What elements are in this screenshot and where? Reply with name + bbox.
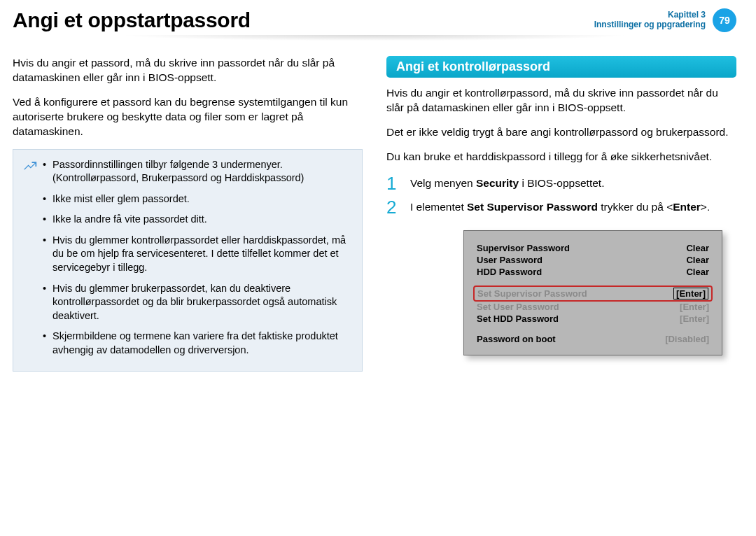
note-item: Skjermbildene og termene kan variere fra…: [43, 330, 352, 357]
note-item: Ikke la andre få vite passordet ditt.: [43, 213, 352, 227]
step-number: 2: [386, 198, 402, 216]
page-container: Angi et oppstartpassord Kapittel 3 Innst…: [0, 0, 756, 536]
note-item: Passordinnstillingen tilbyr følgende 3 u…: [43, 158, 352, 185]
bios-status-row: Supervisor Password Clear: [477, 242, 709, 254]
bios-set-row: Set HDD Password [Enter]: [477, 313, 709, 325]
bios-value: Clear: [686, 255, 709, 265]
content-columns: Hvis du angir et passord, må du skrive i…: [13, 56, 736, 372]
bios-enter-box: [Enter]: [673, 288, 708, 299]
bios-highlighted-row: Set Supervisor Password [Enter]: [473, 285, 713, 302]
bios-label: HDD Password: [477, 267, 542, 277]
step-text: Velg menyen Security i BIOS-oppsettet.: [410, 174, 604, 191]
step-text: I elementet Set Supervisor Password tryk…: [410, 198, 710, 215]
chapter-label: Kapittel 3 Innstillinger og ppgradering: [594, 10, 706, 30]
note-item: Ikke mist eller glem passordet.: [43, 192, 352, 206]
note-item: Hvis du glemmer brukerpassordet, kan du …: [43, 282, 352, 323]
bios-value: [Disabled]: [665, 334, 709, 344]
step-1-bold: Security: [476, 177, 519, 189]
bios-separator: [477, 325, 709, 333]
bios-boot-row: Password on boot [Disabled]: [477, 333, 709, 345]
step-1: 1 Velg menyen Security i BIOS-oppsettet.: [386, 174, 736, 192]
chapter-line-2: Innstillinger og ppgradering: [594, 20, 706, 30]
page-header: Angi et oppstartpassord Kapittel 3 Innst…: [13, 8, 736, 32]
bios-value: [Enter]: [680, 302, 709, 312]
step-1-post: i BIOS-oppsettet.: [519, 177, 604, 189]
note-box: Passordinnstillingen tilbyr følgende 3 u…: [13, 149, 363, 372]
step-number: 1: [386, 174, 402, 192]
bios-status-row: User Password Clear: [477, 254, 709, 266]
step-2-mid: trykker du på <: [598, 201, 673, 213]
bios-label: Set Supervisor Password: [477, 288, 587, 299]
intro-paragraph-2: Ved å konfigurere et passord kan du begr…: [13, 95, 363, 139]
bios-label: Supervisor Password: [477, 243, 570, 253]
bios-separator: [477, 278, 709, 286]
page-title: Angi et oppstartpassord: [13, 8, 251, 32]
bios-value: Clear: [686, 243, 709, 253]
bios-label: Set User Password: [477, 302, 559, 312]
step-2-post: >.: [701, 201, 710, 213]
bios-set-row: Set User Password [Enter]: [477, 301, 709, 313]
chapter-line-1: Kapittel 3: [594, 10, 706, 20]
right-paragraph-2: Det er ikke veldig trygt å bare angi kon…: [386, 125, 736, 140]
header-divider: [13, 35, 736, 43]
bios-label: User Password: [477, 255, 542, 265]
bios-panel: Supervisor Password Clear User Password …: [463, 230, 722, 355]
step-2-pre: I elementet: [410, 201, 467, 213]
intro-paragraph-1: Hvis du angir et passord, må du skrive i…: [13, 56, 363, 85]
bios-label: Password on boot: [477, 334, 556, 344]
note-row: Passordinnstillingen tilbyr følgende 3 u…: [23, 158, 352, 365]
step-1-pre: Velg menyen: [410, 177, 476, 189]
bios-label: Set HDD Password: [477, 313, 559, 324]
steps-list: 1 Velg menyen Security i BIOS-oppsettet.…: [386, 174, 736, 216]
section-heading: Angi et kontrollørpassord: [386, 56, 736, 78]
page-number-badge: 79: [713, 8, 736, 32]
right-column: Angi et kontrollørpassord Hvis du angir …: [386, 56, 736, 372]
note-item: Hvis du glemmer kontrollørpassordet elle…: [43, 234, 352, 275]
left-column: Hvis du angir et passord, må du skrive i…: [13, 56, 363, 372]
note-icon: [23, 158, 37, 365]
note-list: Passordinnstillingen tilbyr følgende 3 u…: [43, 158, 352, 365]
step-2: 2 I elementet Set Supervisor Password tr…: [386, 198, 736, 216]
step-2-enter: Enter: [673, 201, 701, 213]
bios-status-row: HDD Password Clear: [477, 266, 709, 278]
bios-value: [Enter]: [680, 313, 709, 324]
right-paragraph-1: Hvis du angir et kontrollørpassord, må d…: [386, 86, 736, 115]
step-2-bold: Set Supervisor Password: [467, 201, 598, 213]
bios-value: Clear: [686, 267, 709, 277]
right-paragraph-3: Du kan bruke et harddiskpassord i tilleg…: [386, 150, 736, 164]
header-meta: Kapittel 3 Innstillinger og ppgradering …: [594, 8, 736, 32]
